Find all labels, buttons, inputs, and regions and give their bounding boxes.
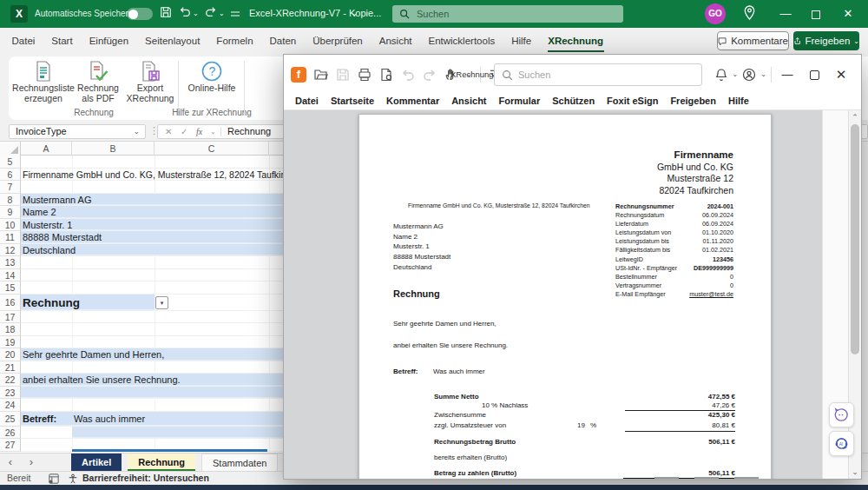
title-chevron-icon[interactable]: ⌄ <box>352 10 358 17</box>
excel-menu-tab-xrechnung[interactable]: XRechnung <box>540 28 612 54</box>
scroll-up-icon[interactable]: ⌃ <box>849 113 861 122</box>
foxit-menu-hilfe[interactable]: Hilfe <box>722 94 755 109</box>
row-header-5[interactable]: 5 <box>0 156 21 169</box>
redo-chevron-icon[interactable]: ⌄ <box>219 10 225 17</box>
row-header-26[interactable]: 26 <box>0 427 21 440</box>
sheet-tab-rechnung[interactable]: Rechnung <box>128 454 195 471</box>
chat-assistant-button[interactable] <box>829 402 854 427</box>
row-header-25[interactable]: 25 <box>0 412 21 427</box>
foxit-close-button[interactable]: ✕ <box>830 67 852 83</box>
row-header-13[interactable]: 13 <box>0 256 21 269</box>
bell-chevron-icon[interactable]: ⌄ <box>733 70 739 78</box>
foxit-menu-ansicht[interactable]: Ansicht <box>445 94 492 109</box>
row-header-7[interactable]: 7 <box>0 181 21 194</box>
online-help-button[interactable]: ?Online-Hilfe <box>181 59 243 94</box>
maximize-button[interactable] <box>803 0 829 28</box>
foxit-menu-formular[interactable]: Formular <box>493 94 547 109</box>
column-header-C[interactable]: C <box>155 142 269 156</box>
touch-mode-icon[interactable] <box>231 10 240 17</box>
foxit-menu-schützen[interactable]: Schützen <box>546 94 601 109</box>
save-icon[interactable] <box>336 68 350 82</box>
open-file-icon[interactable] <box>314 68 328 82</box>
row-header-12[interactable]: 12 <box>0 244 21 257</box>
sheet-tab-artikel[interactable]: Artikel <box>71 454 122 471</box>
share-button[interactable]: Freigeben ⌄ <box>793 31 859 50</box>
foxit-menu-startseite[interactable]: Startseite <box>325 94 380 109</box>
excel-menu-tab-formeln[interactable]: Formeln <box>208 28 261 54</box>
select-all-corner[interactable] <box>0 142 21 156</box>
row-header-6[interactable]: 6 <box>0 169 21 182</box>
row-header-27[interactable]: 27 <box>0 439 21 452</box>
row-header-17[interactable]: 17 <box>0 311 21 324</box>
foxit-menu-foxit-esign[interactable]: Foxit eSign <box>601 94 664 109</box>
row-header-21[interactable]: 21 <box>0 361 21 374</box>
excel-search-input[interactable]: Suchen <box>392 5 623 23</box>
location-pin-icon[interactable] <box>743 5 756 21</box>
close-button[interactable]: ✕ <box>835 0 861 28</box>
row-header-22[interactable]: 22 <box>0 374 21 387</box>
pdf-check-button[interactable]: Rechnung als PDF <box>73 59 123 103</box>
namebox-chevron-icon[interactable]: ⌄ <box>133 125 140 138</box>
foxit-maximize-button[interactable] <box>803 68 825 81</box>
comments-button[interactable]: Kommentare <box>717 31 789 50</box>
foxit-menu-datei[interactable]: Datei <box>289 94 325 109</box>
invoice-list-button[interactable]: Rechnungsliste erzeugen <box>16 59 71 103</box>
name-box[interactable]: InvoiceType ⌄ <box>9 124 146 139</box>
foxit-minimize-button[interactable]: — <box>776 68 799 81</box>
autosave-toggle[interactable] <box>127 8 153 20</box>
account-chevron-icon[interactable]: ⌄ <box>760 70 766 78</box>
excel-menu-tab-hilfe[interactable]: Hilfe <box>503 28 540 54</box>
undo-icon[interactable] <box>401 68 415 82</box>
accessibility-status[interactable]: Barrierefreiheit: Untersuchen <box>82 473 209 483</box>
scroll-down-icon[interactable]: ⌄ <box>849 467 861 476</box>
row-header-18[interactable]: 18 <box>0 323 21 336</box>
row-header-11[interactable]: 11 <box>0 231 21 244</box>
export-xrechnung-button[interactable]: Export XRechnung <box>123 59 177 103</box>
excel-menu-tab-datei[interactable]: Datei <box>3 28 43 54</box>
foxit-logo-icon[interactable]: f <box>291 67 306 83</box>
undo-chevron-icon[interactable]: ⌄ <box>193 10 199 17</box>
excel-menu-tab-daten[interactable]: Daten <box>261 28 305 54</box>
row-header-10[interactable]: 10 <box>0 219 21 232</box>
accessibility-icon[interactable] <box>68 473 78 484</box>
ai-assistant-button[interactable]: AI <box>829 431 854 456</box>
column-header-B[interactable]: B <box>72 142 155 156</box>
save-icon[interactable] <box>160 6 172 18</box>
excel-menu-tab-start[interactable]: Start <box>43 28 81 54</box>
row-header-24[interactable]: 24 <box>0 399 21 412</box>
excel-menu-tab-überprüfen[interactable]: Überprüfen <box>305 28 372 54</box>
cell-dropdown-button[interactable]: ▾ <box>155 296 168 309</box>
row-header-14[interactable]: 14 <box>0 269 21 282</box>
account-icon[interactable] <box>742 68 756 82</box>
redo-icon[interactable] <box>423 68 437 82</box>
excel-menu-tab-einfügen[interactable]: Einfügen <box>81 28 136 54</box>
excel-menu-tab-entwicklertools[interactable]: Entwicklertools <box>420 28 503 54</box>
column-header-A[interactable]: A <box>21 142 72 156</box>
sheet-nav-left-icon[interactable]: ‹ <box>0 454 21 471</box>
macro-record-icon[interactable] <box>49 473 59 484</box>
sheet-nav-right-icon[interactable]: › <box>21 454 42 471</box>
scrollbar-thumb[interactable] <box>851 124 859 354</box>
excel-menu-tab-ansicht[interactable]: Ansicht <box>371 28 420 54</box>
row-header-23[interactable]: 23 <box>0 387 21 400</box>
row-header-8[interactable]: 8 <box>0 194 21 207</box>
print-icon[interactable] <box>358 68 372 82</box>
avatar[interactable]: GO <box>705 3 726 24</box>
formula-chevron-icon[interactable]: ⌄ <box>210 125 216 138</box>
notifications-bell-icon[interactable] <box>714 68 728 82</box>
formula-confirm-icon[interactable]: ✓ <box>181 125 187 138</box>
redo-icon[interactable] <box>205 6 217 18</box>
foxit-search-input[interactable]: Suchen <box>494 63 702 86</box>
formula-cancel-icon[interactable]: ✕ <box>165 125 172 138</box>
row-header-20[interactable]: 20 <box>0 348 21 361</box>
undo-icon[interactable] <box>179 6 191 18</box>
sheet-tab-stammdaten[interactable]: Stammdaten <box>201 454 278 471</box>
row-header-19[interactable]: 19 <box>0 336 21 349</box>
excel-menu-tab-seitenlayout[interactable]: Seitenlayout <box>137 28 208 54</box>
insert-function-icon[interactable]: fx <box>196 125 202 138</box>
meta-value[interactable]: muster@test.de <box>689 290 733 298</box>
snapshot-icon[interactable] <box>379 68 393 82</box>
row-header-9[interactable]: 9 <box>0 206 21 219</box>
foxit-menu-freigeben[interactable]: Freigeben <box>664 94 722 109</box>
row-header-15[interactable]: 15 <box>0 281 21 295</box>
